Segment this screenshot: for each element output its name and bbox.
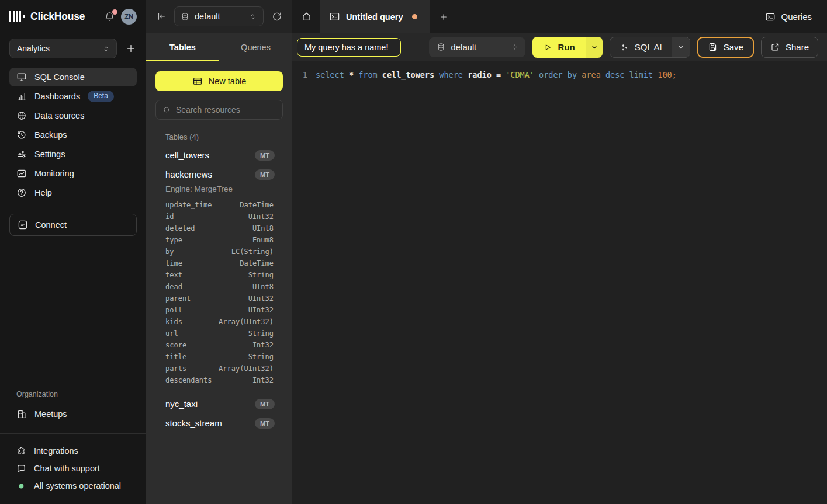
table-block: nyc_taxi MT <box>165 394 282 413</box>
column-type: Enum8 <box>252 234 274 246</box>
new-table-button[interactable]: New table <box>155 71 283 91</box>
sidebar-footer-item-all-systems-operational[interactable]: All systems operational <box>9 477 137 495</box>
column-row: type Enum8 <box>165 234 274 246</box>
clickhouse-logo <box>9 11 25 22</box>
sidebar-footer-item-integrations[interactable]: Integrations <box>9 442 137 460</box>
run-button[interactable]: Run <box>532 37 586 58</box>
new-tab-button[interactable] <box>430 0 457 33</box>
column-row: kids Array(UInt32) <box>165 316 274 328</box>
sidebar-item-data-sources[interactable]: Data sources <box>9 106 137 125</box>
tab-queries[interactable]: Queries <box>219 33 292 61</box>
run-options-button[interactable] <box>586 37 603 58</box>
beta-badge: Beta <box>88 91 114 102</box>
notification-dot <box>112 9 117 15</box>
column-row: score Int32 <box>165 339 274 351</box>
share-label: Share <box>786 42 809 52</box>
footer-icon <box>16 481 26 491</box>
share-icon <box>770 43 780 52</box>
new-table-label: New table <box>209 77 246 86</box>
tables-section-title: Tables (4) <box>165 133 282 141</box>
run-button-group: Run <box>532 37 603 58</box>
sql-ai-label: SQL AI <box>635 42 662 52</box>
share-button[interactable]: Share <box>761 37 818 58</box>
column-name: descendants <box>165 374 212 386</box>
unsaved-indicator-dot <box>412 14 417 19</box>
footer-item-label: Integrations <box>34 446 78 456</box>
sidebar-item-meetups[interactable]: Meetups <box>9 404 137 424</box>
sidebar-footer-item-chat-with-support[interactable]: Chat with support <box>9 460 137 477</box>
editor-database-selector[interactable]: default <box>429 37 525 57</box>
column-type: Array(UInt32) <box>219 363 274 374</box>
table-row[interactable]: hackernews MT <box>165 165 282 184</box>
column-row: url String <box>165 328 274 339</box>
avatar[interactable]: ZN <box>121 9 137 25</box>
search-box <box>155 100 283 120</box>
brand-name: ClickHouse <box>30 11 85 23</box>
database-value: default <box>451 43 504 52</box>
table-row[interactable]: stocks_stream MT <box>165 413 282 433</box>
sidebar-item-backups[interactable]: Backups <box>9 126 137 144</box>
org-items: Meetups <box>9 404 137 424</box>
column-name: url <box>165 328 178 339</box>
column-row: poll UInt32 <box>165 304 274 316</box>
sql-ai-options-button[interactable] <box>672 37 690 57</box>
table-grid-icon <box>192 76 203 86</box>
column-row: dead UInt8 <box>165 281 274 293</box>
add-workspace-button[interactable] <box>125 43 137 54</box>
notifications-button[interactable] <box>104 11 115 22</box>
connect-label: Connect <box>35 220 67 230</box>
plus-icon <box>439 12 448 22</box>
sql-token: desc limit <box>605 70 658 79</box>
chevron-down-icon <box>590 43 598 51</box>
save-button[interactable]: Save <box>697 37 754 58</box>
nav-icon <box>16 91 27 102</box>
topbar: default Untitled query Queries <box>146 0 827 33</box>
queries-label: Queries <box>781 12 812 22</box>
building-icon <box>16 409 27 419</box>
sidebar-item-monitoring[interactable]: Monitoring <box>9 164 137 183</box>
engine-label: Engine: MergeTree <box>165 185 282 193</box>
table-row[interactable]: nyc_taxi MT <box>165 394 282 413</box>
column-type: UInt32 <box>248 293 274 304</box>
table-block: hackernews MT Engine: MergeTree update_t… <box>165 165 282 386</box>
topbar-database-selector[interactable]: default <box>174 6 264 26</box>
save-label: Save <box>724 42 743 52</box>
connect-button[interactable]: Connect <box>9 214 137 236</box>
connect-icon <box>18 220 28 230</box>
sql-ai-button[interactable]: SQL AI <box>610 37 672 57</box>
workspace-value: Analytics <box>17 44 50 53</box>
workspace-selector[interactable]: Analytics <box>9 39 117 58</box>
nav-icon <box>16 72 27 82</box>
query-name-input[interactable] <box>297 38 401 57</box>
home-icon <box>301 11 312 22</box>
sidebar-item-label: Backups <box>34 130 67 140</box>
sidebar-item-help[interactable]: Help <box>9 183 137 202</box>
table-detail: Engine: MergeTree update_time DateTime i… <box>165 185 282 386</box>
sidebar-item-sql-console[interactable]: SQL Console <box>9 68 137 86</box>
sidebar-header: ClickHouse ZN <box>0 0 146 33</box>
refresh-button[interactable] <box>271 11 282 22</box>
editor-pane: default Run SQL AI <box>292 33 827 504</box>
footer-item-label: All systems operational <box>34 481 121 491</box>
sidebar-item-label: SQL Console <box>34 72 85 82</box>
column-name: time <box>165 258 182 269</box>
sql-token: select <box>316 70 349 79</box>
sidebar-item-dashboards[interactable]: Dashboards Beta <box>9 87 137 106</box>
collapse-sidebar-button[interactable] <box>156 11 167 22</box>
queries-button[interactable]: Queries <box>765 12 812 22</box>
query-tab[interactable]: Untitled query <box>320 0 430 33</box>
column-type: String <box>248 351 274 363</box>
column-name: score <box>165 339 186 351</box>
tab-tables[interactable]: Tables <box>146 33 219 61</box>
engine-badge: MT <box>255 169 275 180</box>
engine-badge: MT <box>255 418 275 429</box>
home-tab-button[interactable] <box>292 0 320 33</box>
column-row: title String <box>165 351 274 363</box>
column-row: parent UInt32 <box>165 293 274 304</box>
sql-editor[interactable]: 1 select * from cell_towers where radio … <box>292 61 827 504</box>
column-row: parts Array(UInt32) <box>165 363 274 374</box>
search-input[interactable] <box>176 105 276 114</box>
column-name: parts <box>165 363 186 374</box>
table-row[interactable]: cell_towers MT <box>165 145 282 165</box>
sidebar-item-settings[interactable]: Settings <box>9 145 137 164</box>
